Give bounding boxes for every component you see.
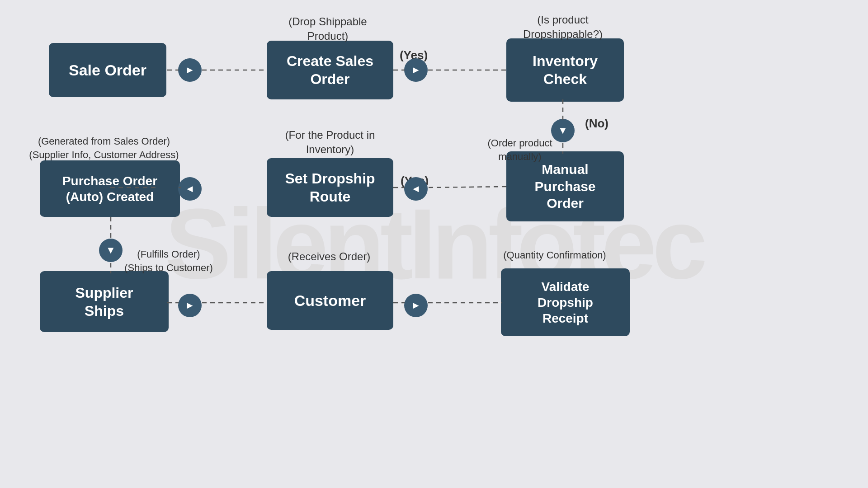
customer-label: Customer: [294, 291, 366, 310]
arrow-1: ►: [178, 58, 202, 82]
create-sales-label: Create SalesOrder: [287, 52, 373, 88]
set-dropship-label: Set DropshipRoute: [285, 169, 375, 206]
arrow-4: ◄: [404, 177, 428, 201]
set-dropship-box: Set DropshipRoute: [267, 158, 393, 217]
ann-receives: (Receives Order): [268, 249, 390, 264]
customer-box: Customer: [267, 271, 393, 330]
ann-qty-confirm: (Quantity Confirmation): [480, 249, 629, 262]
arrow-3: ◄: [178, 177, 202, 201]
validate-box: ValidateDropshipReceipt: [501, 268, 630, 336]
ann-generated: (Generated from Sales Order)(Supplier In…: [9, 135, 199, 161]
purchase-order-box: Purchase Order(Auto) Created: [40, 160, 180, 217]
validate-label: ValidateDropshipReceipt: [538, 279, 593, 326]
ann-is-dropshippable: (Is productDropshippable?): [497, 13, 628, 42]
ann-no: (No): [574, 116, 619, 131]
create-sales-box: Create SalesOrder: [267, 41, 393, 99]
ann-drop-shippable: (Drop ShippableProduct): [267, 14, 389, 44]
purchase-order-label: Purchase Order(Auto) Created: [62, 173, 157, 205]
arrow-down-po: ▼: [99, 239, 123, 262]
supplier-ships-box: SupplierShips: [40, 271, 169, 332]
arrow-6: ►: [404, 294, 428, 317]
manual-po-label: ManualPurchaseOrder: [534, 161, 595, 212]
arrow-5: ►: [178, 294, 202, 317]
sale-order-box: Sale Order: [49, 43, 166, 97]
inventory-check-label: InventoryCheck: [533, 52, 598, 88]
supplier-ships-label: SupplierShips: [75, 284, 133, 320]
ann-for-product: (For the Product inInventory): [267, 128, 393, 157]
inventory-check-box: InventoryCheck: [506, 38, 624, 102]
arrow-2: ►: [404, 58, 428, 82]
ann-fulfills: (Fulfills Order)(Ships to Customer): [103, 248, 234, 274]
sale-order-label: Sale Order: [69, 61, 146, 80]
arrow-down-inventory: ▼: [551, 119, 575, 142]
diagram-container: Sale Order Create SalesOrder InventoryCh…: [0, 0, 868, 488]
